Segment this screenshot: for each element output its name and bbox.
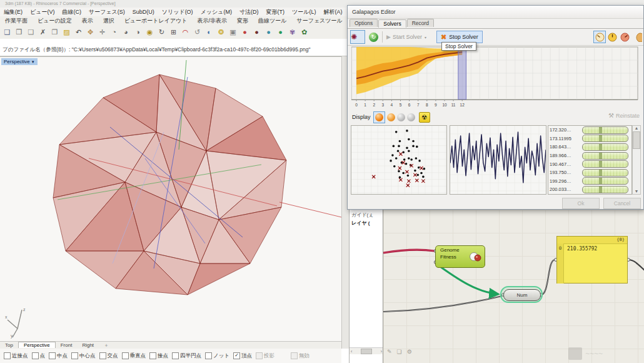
start-solver-button[interactable]: ▶ Start Solver ▾ xyxy=(386,31,426,43)
genome-graph-panel[interactable] xyxy=(450,125,546,195)
osnap-7[interactable]: 四半円点 xyxy=(172,352,201,360)
scroll-down-icon[interactable]: ▼ xyxy=(633,189,640,193)
menu-item-3[interactable]: サーフェス(S) xyxy=(85,8,129,16)
grasshopper-canvas-toolbar[interactable]: ✎❏⚙ xyxy=(387,349,417,355)
osnap-checkbox-0[interactable] xyxy=(4,352,11,359)
toolbar-tab-4[interactable]: ビューポートレイアウト xyxy=(119,16,193,25)
menu-item-5[interactable]: ソリッド(O) xyxy=(158,8,197,16)
osnap-checkbox-11[interactable] xyxy=(291,352,298,359)
osnap-9[interactable]: ✓頂点 xyxy=(233,352,252,360)
scroll-up-icon[interactable]: ▲ xyxy=(633,126,640,130)
panel-component[interactable]: {0} 0 210.355792 xyxy=(556,236,628,284)
refresh-button[interactable]: ↻ xyxy=(369,33,378,42)
undo-view-icon[interactable]: ◠ xyxy=(180,27,191,38)
num-component[interactable]: Num xyxy=(503,289,541,301)
lock-icon[interactable]: ▣ xyxy=(228,27,238,38)
osnap-checkbox-9[interactable]: ✓ xyxy=(233,352,240,359)
viewport-tab-perspective[interactable]: Perspective xyxy=(18,342,56,348)
menu-item-10[interactable]: 解析(A) xyxy=(319,8,346,16)
move-icon[interactable]: ✛ xyxy=(97,27,108,38)
side-panel-horizontal-scrollbar[interactable]: ‹› xyxy=(350,347,383,354)
environment-icon[interactable]: ● xyxy=(275,27,286,38)
osnap-6[interactable]: 接点 xyxy=(149,352,168,360)
zoom-target-icon[interactable]: ◉ xyxy=(144,27,155,38)
gene-row-0[interactable]: 172.320… xyxy=(548,126,631,135)
osnap-checkbox-5[interactable] xyxy=(122,352,129,359)
zoom-dynamic-icon[interactable]: ◔ xyxy=(109,27,119,38)
paste-icon[interactable]: ▨ xyxy=(61,27,72,38)
reinstate-button[interactable]: ⚒ Reinstate xyxy=(608,112,640,119)
menu-item-7[interactable]: 寸法(D) xyxy=(236,8,263,16)
menu-item-8[interactable]: 変形(T) xyxy=(262,8,288,16)
galapagos-editor-window[interactable]: Galapagos Editor OptionsSolversRecord ✺ … xyxy=(347,5,644,210)
shaded-view-icon[interactable]: ◐ xyxy=(204,27,214,38)
zoom-extents-icon[interactable]: ⊞ xyxy=(168,27,179,38)
menu-item-0[interactable]: 編集(E) xyxy=(0,8,26,16)
gauge-egg-button[interactable] xyxy=(631,31,643,43)
toolbar-tab-6[interactable]: 変形 xyxy=(232,16,253,25)
render-sphere-icon[interactable]: ● xyxy=(239,27,250,38)
gene-row-5[interactable]: 193.750… xyxy=(548,168,631,177)
delete-icon[interactable]: ✗ xyxy=(38,27,48,38)
save-icon[interactable]: ❑ xyxy=(2,27,13,38)
toolbar-tab-3[interactable]: 選択 xyxy=(98,16,119,25)
osnap-checkbox-10[interactable] xyxy=(256,352,263,359)
toolbar-tab-1[interactable]: ビューの設定 xyxy=(33,16,77,25)
zoom-window-icon[interactable]: ◕ xyxy=(121,27,131,38)
scrollbar-thumb[interactable] xyxy=(633,131,640,149)
zoom-select-icon[interactable]: ◑ xyxy=(133,27,143,38)
osnap-3[interactable]: 中心点 xyxy=(71,352,96,360)
gauge-medium-button[interactable] xyxy=(606,31,618,43)
osnap-8[interactable]: ノット xyxy=(205,352,229,360)
osnap-checkbox-4[interactable] xyxy=(99,352,106,359)
viewport-tab-right[interactable]: Right xyxy=(77,342,99,348)
toolbar-tab-8[interactable]: サーフェスツール xyxy=(291,16,347,25)
perspective-viewport[interactable]: Perspective▼ z x y xyxy=(0,56,341,342)
dropdown-icon[interactable]: ▾ xyxy=(425,35,426,39)
print-icon[interactable]: ❒ xyxy=(14,27,24,38)
grasshopper-canvas[interactable]: Genome Fitness Num {0} 0 210.355792 ✎❏⚙ … xyxy=(383,210,644,363)
viewport-title-tab[interactable]: Perspective▼ xyxy=(1,58,38,65)
pan-hand-icon[interactable]: ✥ xyxy=(85,27,96,38)
osnap-checkbox-6[interactable] xyxy=(149,352,156,359)
osnap-checkbox-7[interactable] xyxy=(172,352,179,359)
rotate-view-icon[interactable]: ↻ xyxy=(156,27,167,38)
toolbar-tab-7[interactable]: 曲線ツール xyxy=(253,16,291,25)
osnap-checkbox-2[interactable] xyxy=(49,352,56,359)
fitness-history-chart[interactable]: 0123456789101112 xyxy=(351,44,641,108)
display-orange-orb-2-icon[interactable] xyxy=(387,113,395,121)
gene-row-4[interactable]: 190.467… xyxy=(548,160,631,168)
gene-row-6[interactable]: 199.296… xyxy=(548,177,631,186)
osnap-5[interactable]: 垂直点 xyxy=(122,352,146,360)
osnap-0[interactable]: 近接点 xyxy=(4,352,28,360)
galapagos-tab-record[interactable]: Record xyxy=(407,19,434,27)
osnap-10[interactable]: 投影 xyxy=(256,352,274,360)
menu-item-6[interactable]: メッシュ(M) xyxy=(197,8,236,16)
osnap-checkbox-3[interactable] xyxy=(71,352,78,359)
gauge-slow-button[interactable] xyxy=(593,31,606,43)
galapagos-logo-button[interactable]: ✺ xyxy=(350,30,365,44)
osnap-1[interactable]: 点 xyxy=(32,352,46,360)
menu-item-4[interactable]: SubD(U) xyxy=(129,8,158,16)
galapagos-tab-solvers[interactable]: Solvers xyxy=(378,19,406,28)
gene-row-7[interactable]: 200.033… xyxy=(548,185,631,194)
paw-icon[interactable]: ✾ xyxy=(287,27,298,38)
radiation-icon[interactable]: ☢ xyxy=(419,112,430,123)
globe-icon[interactable]: ● xyxy=(263,27,274,38)
gauge-fast-button[interactable] xyxy=(618,31,631,43)
undo-icon[interactable]: ↶ xyxy=(73,27,84,38)
gene-row-3[interactable]: 189.966… xyxy=(548,151,631,160)
ok-button[interactable]: Ok xyxy=(562,198,600,209)
copy-icon[interactable]: ❐ xyxy=(49,27,60,38)
display-gray-orb-1-icon[interactable] xyxy=(397,113,405,121)
toolbar-tab-0[interactable]: 作業平面 xyxy=(0,16,33,25)
osnap-2[interactable]: 中点 xyxy=(49,352,68,360)
gene-list-scrollbar[interactable]: ▲ ▼ xyxy=(632,125,641,195)
toolbar-tab-2[interactable]: 表示 xyxy=(77,16,98,25)
galapagos-tab-options[interactable]: Options xyxy=(350,19,378,27)
osnap-checkbox-8[interactable] xyxy=(205,352,212,359)
redo-view-icon[interactable]: ↺ xyxy=(192,27,203,38)
stop-solver-button[interactable]: ✖ Stop Solver xyxy=(436,31,483,43)
add-viewport-tab-icon[interactable]: ＋ xyxy=(99,342,114,348)
osnap-checkbox-1[interactable] xyxy=(32,352,39,359)
